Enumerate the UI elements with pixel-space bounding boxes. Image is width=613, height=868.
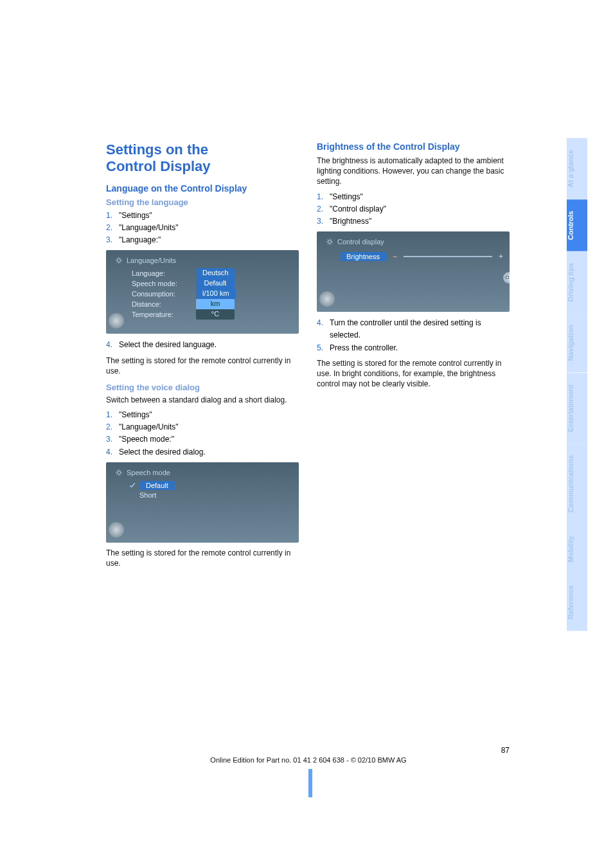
tab-driving-tips[interactable]: Driving tips [567,251,587,314]
gear-icon [115,257,123,264]
ss-row-label: Speech mode: [129,278,193,289]
step-text: Press the controller. [330,342,398,354]
voice-intro: Switch between a standard dialog and a s… [106,395,299,405]
brightness-intro: The brightness is automatically adapted … [317,156,510,187]
controller-knob-icon [109,313,124,329]
tab-reference[interactable]: Reference [567,574,587,631]
subheading-voice-dialog: Setting the voice dialog [106,383,299,392]
step-number: 3. [106,433,119,446]
ss-row-label: Consumption: [129,289,193,299]
page-footer: 87 Online Edition for Part no. 01 41 2 6… [106,746,511,764]
option-default: Default [139,481,175,490]
ss-row-label: Language: [129,268,193,278]
svg-point-0 [118,259,121,262]
step-text: Select the desired language. [119,339,217,351]
brightness-steps: 1."Settings" 2."Control display" 3."Brig… [317,191,510,228]
gear-icon [115,469,123,476]
ss-row-value: km [196,299,235,309]
tab-at-a-glance[interactable]: At a glance [567,138,587,199]
ss-row-label: Distance: [129,299,193,309]
step-number: 2. [317,203,330,215]
ss-row-value: l/100 km [196,289,236,299]
screenshot-title: Control display [337,238,384,246]
language-step-4: 4.Select the desired language. [106,339,299,351]
subsection-brightness: Brightness of the Control Display [317,141,510,152]
ss-row-value: Deutsch [196,268,235,278]
screenshot-brightness: Control display Brightness − + OK [317,231,510,312]
subsection-language: Language on the Control Display [106,183,299,194]
step-number: 5. [317,342,330,354]
screenshot-title: Speech mode [127,469,170,476]
subheading-set-language: Setting the language [106,197,299,207]
step-text: "Settings" [119,409,152,421]
svg-point-1 [118,471,121,474]
brightness-slider [404,256,492,257]
stored-note: The setting is stored for the remote con… [106,356,299,376]
language-steps: 1."Settings" 2."Language/Units" 3."Langu… [106,210,299,247]
ss-row-value: Default [196,278,235,289]
footer-accent-bar [308,769,312,797]
step-number: 4. [106,446,119,458]
title-line-2: Control Display [106,158,211,174]
tab-navigation[interactable]: Navigation [567,313,587,372]
step-text: "Language/Units" [119,222,179,234]
step-text: "Brightness" [330,215,371,228]
side-tabs: At a glance Controls Driving tips Naviga… [567,138,587,631]
tab-communications[interactable]: Communications [567,444,587,524]
gear-icon [326,238,333,246]
left-column: Settings on the Control Display Language… [106,141,299,572]
step-text: "Language/Units" [119,421,179,433]
minus-icon: − [393,252,397,261]
tab-controls[interactable]: Controls [567,199,587,251]
brightness-note: The setting is stored for the remote con… [317,358,510,390]
brightness-steps-45: 4.Turn the controller until the desired … [317,317,510,354]
step-number: 3. [317,215,330,228]
step-text: "Settings" [119,210,152,222]
screenshot-language-units: Language/Units Language:Deutsch Speech m… [106,250,299,334]
tab-entertainment[interactable]: Entertainment [567,373,587,444]
plus-icon: + [499,252,503,261]
controller-knob-icon [109,522,124,538]
step-text: Turn the controller until the desired se… [330,317,510,341]
step-text: "Control display" [330,203,386,215]
section-title: Settings on the Control Display [106,141,299,176]
step-number: 4. [106,339,119,351]
controller-knob-icon [319,291,335,307]
step-number: 4. [317,317,330,341]
step-number: 3. [106,234,119,246]
slider-label: Brightness [340,252,386,261]
screenshot-title: Language/Units [127,257,176,264]
step-number: 1. [317,191,330,203]
voice-steps: 1."Settings" 2."Language/Units" 3."Speec… [106,409,299,458]
page-number: 87 [106,746,511,755]
step-text: Select the desired dialog. [119,446,206,458]
edition-line: Online Edition for Part no. 01 41 2 604 … [106,756,511,764]
step-text: "Speech mode:" [119,433,174,446]
right-column: Brightness of the Control Display The br… [317,141,510,572]
screenshot-speech-mode: Speech mode Default Short [106,462,299,543]
ss-row-value: °C [196,309,235,320]
step-text: "Settings" [330,191,363,203]
option-short: Short [139,491,156,499]
stored-note-2: The setting is stored for the remote con… [106,548,299,568]
step-number: 2. [106,421,119,433]
step-number: 1. [106,409,119,421]
svg-point-2 [328,240,332,244]
step-number: 1. [106,210,119,222]
step-text: "Language:" [119,234,161,246]
title-line-1: Settings on the [106,141,208,158]
ss-row-label: Temperature: [129,309,193,320]
step-number: 2. [106,222,119,234]
ok-button-icon: OK [503,272,510,284]
tab-mobility[interactable]: Mobility [567,524,587,574]
check-icon [129,482,136,489]
